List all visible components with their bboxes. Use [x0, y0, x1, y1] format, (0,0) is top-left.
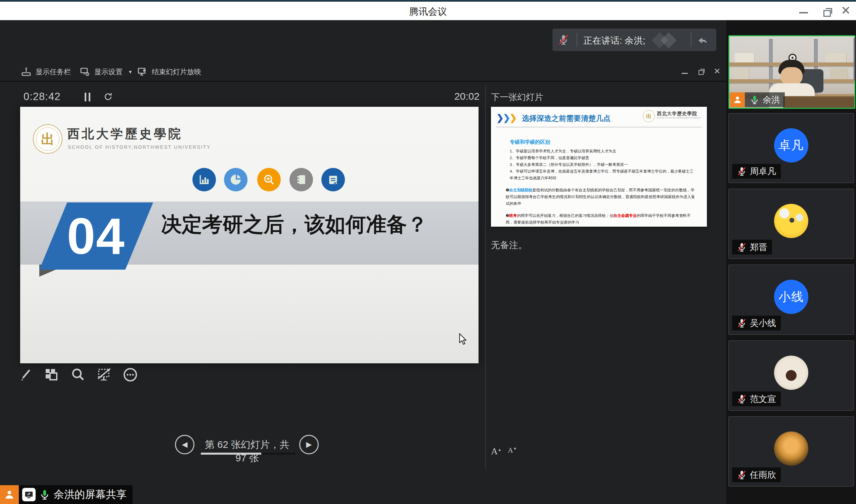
participant-name: 范文宣	[750, 393, 776, 405]
current-slide: 出 西北大学歷史學院 SCHOOL OF HISTORY,NORTHWEST U…	[20, 107, 479, 363]
chevron-down-icon: ▼	[128, 69, 133, 74]
pen-tool-button[interactable]	[17, 367, 34, 383]
next-slide-preview: ❯❯❯ 选择深造之前需要清楚几点 出 西北大学歷史學院 SCHOOL OF HI…	[491, 107, 707, 227]
org-name-cn: 西北大学歷史學院	[67, 126, 183, 142]
speaking-text: 正在讲话: 余洪;	[583, 35, 645, 47]
tencent-meeting-window: 腾讯会议 × 正在讲话: 余洪;	[0, 0, 856, 504]
next-slide-title: 选择深造之前需要清楚几点	[522, 113, 610, 124]
header-rule	[496, 127, 702, 127]
divider	[576, 33, 577, 47]
show-taskbar-label: 显示任务栏	[36, 67, 71, 76]
avatar: 小线	[774, 280, 808, 314]
university-seal-icon: 出	[643, 110, 655, 122]
pie-chart-icon	[224, 168, 248, 192]
notes-text: 无备注。	[491, 239, 527, 251]
display-settings-button[interactable]: 显示设置 ▼	[79, 62, 133, 82]
titlebar: 腾讯会议 ×	[0, 0, 856, 20]
zoom-plus-icon	[257, 168, 281, 192]
org-name-en: SCHOOL OF HISTORY,NORTHWEST UNIVERSITY	[68, 144, 211, 150]
participant-tile[interactable]: 卓凡 周卓凡	[728, 113, 854, 183]
decrease-font-button[interactable]: A▼	[508, 446, 517, 455]
mic-on-icon	[750, 95, 760, 105]
return-arrow-icon[interactable]	[696, 34, 709, 46]
tencent-meeting-logo	[652, 32, 684, 48]
participants-sidebar: 余洪 卓凡 周卓凡	[726, 20, 856, 504]
restart-timer-button[interactable]	[103, 91, 113, 102]
avatar	[774, 356, 808, 390]
seal-glyph: 出	[41, 132, 54, 146]
slide-progress-bar	[201, 453, 296, 455]
participant-tile[interactable]: 任雨欣	[728, 416, 854, 487]
titlebar-accent	[0, 0, 856, 2]
avatar-initials: 卓凡	[779, 137, 804, 154]
mic-on-icon	[39, 489, 50, 500]
presenter-badge-icon	[0, 485, 19, 504]
next-slide-paragraph: ❸统考的同学可以先开始复习，根据自己的复习情况后择校；但自主命题专业的同学由于学…	[506, 212, 696, 226]
share-label: 余洪的屏幕共享	[19, 485, 133, 504]
next-slide-button[interactable]: ▶	[299, 435, 319, 454]
participant-label: 余洪	[730, 92, 785, 107]
ppt-close-icon[interactable]: ×	[714, 65, 720, 77]
slide-progress-fill	[201, 453, 261, 455]
elapsed-timer: 0:28:42	[23, 91, 60, 103]
participant-tile[interactable]: 范文宣	[728, 341, 854, 411]
mic-muted-icon	[737, 318, 747, 328]
participant-name: 任雨欣	[750, 469, 776, 481]
participant-label: 周卓凡	[732, 164, 781, 179]
minimize-icon[interactable]	[799, 12, 808, 14]
participant-label: 郑晋	[732, 240, 772, 254]
window-title: 腾讯会议	[0, 5, 856, 18]
org-name-cn: 西北大学歷史學院	[657, 111, 704, 117]
slide-title: 决定考研之后，该如何准备？	[161, 211, 474, 238]
slide-icon-row	[20, 168, 479, 192]
chevrons-icon: ❯❯❯	[496, 113, 516, 123]
increase-font-button[interactable]: A▲	[491, 446, 501, 457]
restore-icon[interactable]	[823, 8, 832, 17]
end-slideshow-button[interactable]: 结束幻灯片放映	[137, 62, 201, 82]
mic-muted-icon	[737, 394, 747, 404]
mic-muted-icon	[737, 242, 747, 252]
participant-name: 余洪	[763, 94, 780, 106]
share-text: 余洪的屏幕共享	[54, 488, 127, 502]
clock: 20:02	[420, 91, 480, 102]
close-icon[interactable]: ×	[841, 1, 850, 19]
mic-muted-icon[interactable]	[558, 34, 569, 45]
ppt-toolbar: 显示任务栏 显示设置 ▼	[0, 62, 726, 82]
black-screen-button[interactable]	[96, 367, 112, 383]
avatar-initials: 小线	[779, 289, 804, 305]
mic-muted-icon	[737, 166, 747, 176]
previous-slide-button[interactable]: ◀	[175, 435, 194, 454]
ppt-restore-icon[interactable]	[698, 69, 705, 75]
org-name-small: 西北大学歷史學院 SCHOOL OF HISTORY,NORTHWEST UNI…	[657, 111, 704, 119]
end-slideshow-icon	[137, 67, 148, 77]
mic-muted-icon	[737, 470, 747, 480]
display-settings-icon	[79, 67, 90, 77]
next-slide-label: 下一张幻灯片	[491, 91, 543, 103]
show-taskbar-button[interactable]: 显示任务栏	[21, 62, 71, 82]
avatar: 卓凡	[774, 128, 808, 163]
screen-share-icon	[22, 488, 36, 501]
more-options-button[interactable]	[122, 367, 138, 383]
org-name-en: SCHOOL OF HISTORY,NORTHWEST UNIVERSITY	[657, 117, 704, 119]
participant-name: 周卓凡	[750, 165, 776, 177]
pause-timer-button[interactable]	[85, 93, 92, 102]
participant-name: 吴小线	[750, 317, 776, 329]
notebook-icon	[289, 168, 313, 192]
slide-sorter-button[interactable]	[43, 367, 59, 383]
speaking-banner: 正在讲话: 余洪;	[552, 29, 716, 51]
next-slide-paragraph: ❷自主划线院校是指初试的分数线由各个有自主划线权的学校自己划定，而不用参考国家统…	[506, 187, 696, 207]
divider	[691, 33, 692, 47]
content: 正在讲话: 余洪; 显示任务栏	[0, 20, 856, 504]
sidebar-scrollbar[interactable]	[854, 38, 855, 80]
slide-counter: 第 62 张幻灯片，共 97 张	[200, 438, 294, 465]
shared-screen: 正在讲话: 余洪; 显示任务栏	[0, 20, 726, 504]
participant-label: 范文宣	[732, 392, 781, 406]
university-seal-icon: 出	[33, 124, 63, 154]
ppt-minimize-icon[interactable]	[682, 73, 688, 74]
zoom-tool-button[interactable]	[70, 367, 86, 383]
participant-tile[interactable]: 郑晋	[728, 189, 854, 259]
participant-tile[interactable]: 小线 吴小线	[728, 265, 854, 335]
participant-tile[interactable]: 余洪	[728, 35, 855, 109]
section-number: 04	[67, 207, 125, 266]
screen-share-indicator: 余洪的屏幕共享	[0, 485, 133, 504]
